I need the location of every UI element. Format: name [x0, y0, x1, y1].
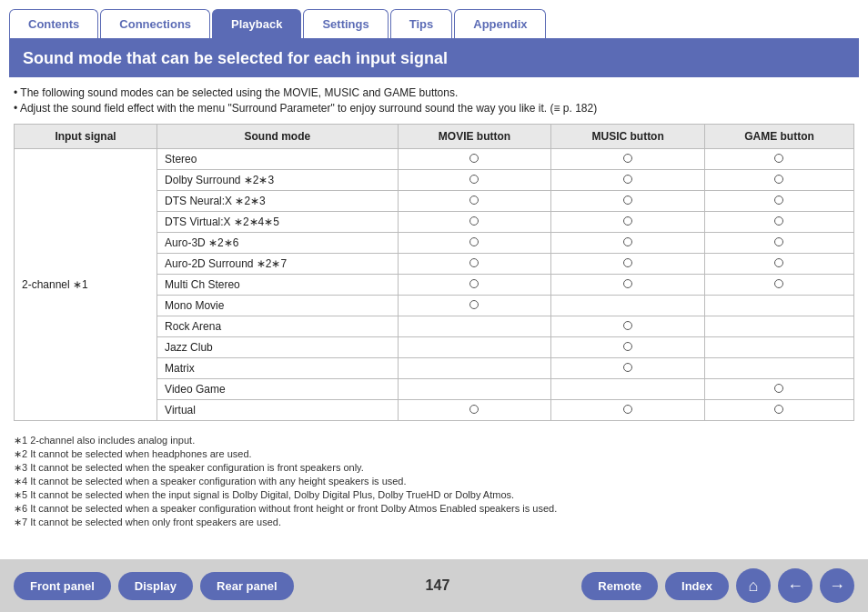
cell-music: [551, 149, 705, 170]
bullet-2: • Adjust the sound field effect with the…: [14, 102, 854, 115]
circle-indicator: [623, 216, 632, 226]
table-row: Multi Ch Stereo: [157, 275, 399, 296]
cell-movie: [398, 254, 551, 275]
intro-bullets: • The following sound modes can be selec…: [14, 86, 854, 115]
circle-indicator: [469, 196, 479, 205]
front-panel-button[interactable]: Front panel: [14, 572, 111, 600]
circle-indicator: [469, 237, 479, 246]
circle-indicator: [774, 216, 783, 226]
cell-game: [704, 275, 853, 296]
forward-button[interactable]: →: [820, 568, 854, 603]
circle-indicator: [623, 258, 632, 267]
cell-game: [704, 337, 853, 358]
tab-settings[interactable]: Settings: [303, 9, 388, 38]
circle-indicator: [469, 154, 479, 163]
footnote-5: ∗5 It cannot be selected when the input …: [14, 489, 854, 501]
circle-indicator: [469, 175, 479, 184]
footnote-4: ∗4 It cannot be selected when a speaker …: [14, 476, 854, 487]
table-row: DTS Virtual:X ∗2∗4∗5: [157, 212, 399, 233]
table-row: Dolby Surround ∗2∗3: [157, 170, 399, 191]
cell-movie: [398, 358, 551, 379]
table-row: Jazz Club: [157, 337, 399, 358]
remote-button[interactable]: Remote: [581, 572, 658, 600]
cell-music: [551, 191, 705, 212]
cell-game: [704, 254, 853, 275]
cell-game: [704, 233, 853, 254]
cell-music: [551, 316, 705, 337]
footnote-2: ∗2 It cannot be selected when headphones…: [14, 448, 854, 460]
tab-playback[interactable]: Playback: [212, 9, 301, 38]
footnote-3: ∗3 It cannot be selected when the speake…: [14, 462, 854, 474]
cell-music: [551, 275, 705, 296]
page-number: 147: [426, 577, 450, 594]
circle-indicator: [774, 384, 783, 393]
footnote-1: ∗1 2-channel also includes analog input.: [14, 435, 854, 446]
table-row: Matrix: [157, 358, 399, 379]
table-row: Virtual: [157, 400, 399, 421]
bullet-1: • The following sound modes can be selec…: [14, 86, 854, 99]
cell-music: [551, 170, 705, 191]
cell-movie: [398, 212, 551, 233]
circle-indicator: [774, 237, 783, 246]
circle-indicator: [623, 363, 632, 372]
cell-music: [551, 358, 705, 379]
index-button[interactable]: Index: [665, 572, 729, 600]
circle-indicator: [623, 237, 632, 246]
cell-movie: [398, 149, 551, 170]
circle-indicator: [774, 258, 783, 267]
col-header-movie: MOVIE button: [398, 125, 551, 149]
table-row: DTS Neural:X ∗2∗3: [157, 191, 399, 212]
home-button[interactable]: ⌂: [736, 568, 771, 603]
cell-movie: [398, 379, 551, 400]
rear-panel-button[interactable]: Rear panel: [200, 572, 293, 600]
table-row: Auro-2D Surround ∗2∗7: [157, 254, 399, 275]
cell-game: [704, 379, 853, 400]
table-row: Auro-3D ∗2∗6: [157, 233, 399, 254]
cell-movie: [398, 170, 551, 191]
circle-indicator: [623, 405, 632, 414]
tab-appendix[interactable]: Appendix: [454, 9, 546, 38]
cell-movie: [398, 296, 551, 316]
circle-indicator: [623, 196, 632, 205]
table-row: Stereo: [157, 149, 399, 170]
circle-indicator: [469, 405, 479, 414]
sound-mode-table: Input signal Sound mode MOVIE button MUS…: [14, 124, 854, 421]
tab-connections[interactable]: Connections: [100, 9, 210, 38]
circle-indicator: [774, 154, 783, 163]
page-title: Sound mode that can be selected for each…: [9, 40, 859, 77]
cell-music: [551, 212, 705, 233]
cell-music: [551, 254, 705, 275]
cell-movie: [398, 275, 551, 296]
cell-music: [551, 233, 705, 254]
cell-game: [704, 170, 853, 191]
cell-movie: [398, 316, 551, 337]
footnote-7: ∗7 It cannot be selected when only front…: [14, 517, 854, 528]
bottom-navigation: Front panel Display Rear panel 147 Remot…: [0, 559, 868, 612]
circle-indicator: [774, 175, 783, 184]
circle-indicator: [469, 279, 479, 288]
cell-movie: [398, 233, 551, 254]
cell-game: [704, 212, 853, 233]
main-content: • The following sound modes can be selec…: [0, 77, 868, 551]
circle-indicator: [774, 405, 783, 414]
circle-indicator: [623, 154, 632, 163]
tab-contents[interactable]: Contents: [9, 9, 98, 38]
cell-game: [704, 296, 853, 316]
display-button[interactable]: Display: [118, 572, 193, 600]
row-header-2channel: 2-channel ∗1: [15, 149, 157, 421]
circle-indicator: [469, 216, 479, 226]
cell-movie: [398, 191, 551, 212]
col-header-game: GAME button: [704, 125, 853, 149]
circle-indicator: [469, 258, 479, 267]
cell-movie: [398, 337, 551, 358]
cell-game: [704, 316, 853, 337]
col-header-input: Input signal: [15, 125, 157, 149]
cell-music: [551, 400, 705, 421]
circle-indicator: [623, 321, 632, 330]
tab-tips[interactable]: Tips: [390, 9, 453, 38]
col-header-sound-mode: Sound mode: [157, 125, 399, 149]
cell-game: [704, 191, 853, 212]
circle-indicator: [623, 279, 632, 288]
circle-indicator: [469, 300, 479, 309]
back-button[interactable]: ←: [778, 568, 812, 603]
